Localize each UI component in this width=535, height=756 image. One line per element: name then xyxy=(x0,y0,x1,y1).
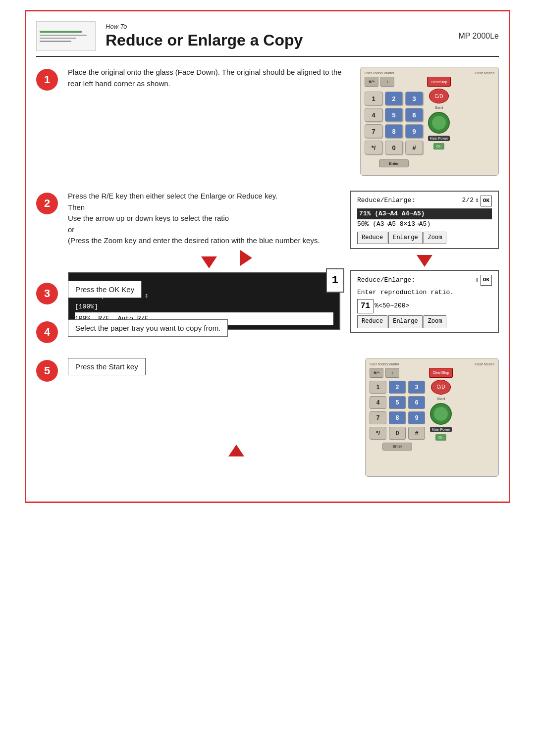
key-2[interactable]: 2 xyxy=(385,92,403,105)
keypad2-left: ⊕/≡ ↑ 1 2 3 4 5 6 7 xyxy=(370,368,425,451)
key2-hash[interactable]: # xyxy=(408,427,425,440)
step-2-content: Press the R/E key then either select the… xyxy=(68,191,499,266)
key2-1[interactable]: 1 xyxy=(370,381,386,394)
lcd2-row1: 71% (A3→A4 A4→A5) xyxy=(357,208,492,220)
keypad2-right: Clear/Stop C/D Start Main Power On xyxy=(429,368,453,441)
step-1: 1 Place the original onto the glass (Fac… xyxy=(36,67,499,176)
step-1-paragraph: Place the original onto the glass (Face … xyxy=(68,67,345,89)
step-2: 2 Press the R/E key then either select t… xyxy=(36,191,499,266)
user-tools-btn[interactable]: ⊕/≡ xyxy=(365,77,378,87)
key2-star[interactable]: */ xyxy=(370,427,386,440)
lcd2-fraction-ok: 2/2 ⇕ OK xyxy=(462,196,492,206)
step-2-text3: Use the arrow up or down keys to select … xyxy=(68,213,340,224)
arrow-down-icon-1 xyxy=(201,256,217,268)
step-5-box: Press the Start key xyxy=(68,358,146,375)
key-0[interactable]: 0 xyxy=(385,141,403,154)
enter-btn[interactable]: Enter xyxy=(379,159,409,167)
keypad2-body: ⊕/≡ ↑ 1 2 3 4 5 6 7 xyxy=(370,368,494,451)
cd-btn-2[interactable]: C/D xyxy=(431,380,451,395)
step-4-number: 4 xyxy=(36,321,58,343)
arrow-down-1 xyxy=(68,252,340,272)
cd-btn[interactable]: C/D xyxy=(429,89,449,103)
user-tools-label: User Tools/Counter xyxy=(365,71,394,75)
keypad-inner-1: User Tools/Counter Clear Modes ⊕/≡ ↑ xyxy=(361,67,498,171)
step-5: 5 Press the Start key User Tools/Counter… xyxy=(36,358,499,477)
keypad2-top-labels: User Tools/Counter Clear Modes xyxy=(370,362,494,366)
start-btn[interactable] xyxy=(428,112,450,134)
key-7[interactable]: 7 xyxy=(365,124,382,138)
key2-5[interactable]: 5 xyxy=(389,396,406,409)
key-1[interactable]: 1 xyxy=(365,92,382,105)
enter-btn-2[interactable]: Enter xyxy=(382,443,412,451)
main-power-box: Main Power xyxy=(428,136,450,141)
step-2-layout: Press the R/E key then either select the… xyxy=(68,191,499,339)
lcd2-buttons: Reduce Enlarge Zoom xyxy=(357,232,492,244)
start-btn-2[interactable] xyxy=(430,403,452,425)
step-2-right: Reduce/Enlarge: 2/2 ⇕ OK 71% (A3→A4 A4→A… xyxy=(350,191,499,339)
step-1-content: Place the original onto the glass (Face … xyxy=(68,67,499,176)
keypad-illustration-2: User Tools/Counter Clear Modes ⊕/≡ ↑ 1 xyxy=(365,358,499,477)
key2-3[interactable]: 3 xyxy=(408,381,425,394)
key-6[interactable]: 6 xyxy=(405,108,423,122)
up-arrow: ⇕ xyxy=(475,196,479,206)
on-btn[interactable]: On xyxy=(433,143,445,150)
step-3-number: 3 xyxy=(36,283,58,304)
logo-area xyxy=(36,21,96,51)
step-1-layout: Place the original onto the glass (Face … xyxy=(68,67,499,176)
step-2-text2: Then xyxy=(68,202,340,213)
clear-stop-btn-2[interactable]: Clear/Stop xyxy=(429,368,453,378)
step-4-box: Select the paper tray you want to copy f… xyxy=(68,319,228,337)
start-label-2: Start xyxy=(437,397,445,401)
main-power-box-2: Main Power xyxy=(430,427,452,432)
step-5-content: Press the Start key User Tools/Counter C… xyxy=(68,358,499,477)
step-3-content: Press the OK Key xyxy=(68,281,499,298)
step-5-layout: Press the Start key User Tools/Counter C… xyxy=(68,358,499,477)
key-hash[interactable]: # xyxy=(405,141,423,154)
user-tools-btn-2[interactable]: ⊕/≡ xyxy=(370,368,383,378)
special-buttons-2: ⊕/≡ ↑ xyxy=(370,368,425,378)
key2-6[interactable]: 6 xyxy=(408,396,425,409)
lcd2-label: Reduce/Enlarge: xyxy=(357,196,415,206)
logo-line-1 xyxy=(40,31,82,33)
zoom-btn-1[interactable]: Zoom xyxy=(424,232,447,244)
enlarge-btn-1[interactable]: Enlarge xyxy=(388,232,422,244)
reduce-btn-1[interactable]: Reduce xyxy=(357,232,387,244)
key2-0[interactable]: 0 xyxy=(389,427,406,440)
key-8[interactable]: 8 xyxy=(385,124,403,138)
key2-7[interactable]: 7 xyxy=(370,411,386,424)
number-keys: 1 2 3 4 5 6 7 8 9 */ xyxy=(365,92,423,154)
key2-9[interactable]: 9 xyxy=(408,411,425,424)
enter-row-2: Enter xyxy=(370,443,425,451)
step-5-number: 5 xyxy=(36,360,58,382)
page-title: Reduce or Enlarge a Copy xyxy=(106,31,448,50)
key2-4[interactable]: 4 xyxy=(370,396,386,409)
page-container: How To Reduce or Enlarge a Copy MP 2000L… xyxy=(25,10,510,503)
main-power-label: Main Power xyxy=(430,137,448,140)
main-power-label-2: Main Power xyxy=(432,428,450,431)
on-btn-2[interactable]: On xyxy=(435,434,447,441)
keypad-inner-2: User Tools/Counter Clear Modes ⊕/≡ ↑ 1 xyxy=(366,358,498,454)
model-name: MP 2000Le xyxy=(458,32,499,41)
enter-row: Enter xyxy=(365,159,423,167)
special-buttons: ⊕/≡ ↑ xyxy=(365,77,423,87)
key-4[interactable]: 4 xyxy=(365,108,382,122)
lcd2-header: Reduce/Enlarge: 2/2 ⇕ OK xyxy=(357,196,492,206)
key-9[interactable]: 9 xyxy=(405,124,423,138)
key-5[interactable]: 5 xyxy=(385,108,403,122)
step-4: 4 Select the paper tray you want to copy… xyxy=(36,319,499,343)
lcd2-fraction: 2/2 xyxy=(462,196,474,206)
clear-modes-btn[interactable]: ↑ xyxy=(380,77,394,87)
key2-8[interactable]: 8 xyxy=(389,411,406,424)
ok-box-1: OK xyxy=(481,196,492,206)
logo-line-2 xyxy=(40,35,87,36)
key-3[interactable]: 3 xyxy=(405,92,423,105)
keypad-right: Clear/Stop C/D Start xyxy=(427,77,451,150)
step-4-content: Select the paper tray you want to copy f… xyxy=(68,319,499,337)
clear-modes-btn-2[interactable]: ↑ xyxy=(385,368,399,378)
step-1-number: 1 xyxy=(36,69,58,91)
keypad-illustration-1: User Tools/Counter Clear Modes ⊕/≡ ↑ xyxy=(360,67,499,176)
key2-2[interactable]: 2 xyxy=(389,381,406,394)
clear-stop-btn[interactable]: Clear/Stop xyxy=(427,77,451,87)
arrow-up-container xyxy=(68,445,355,456)
key-star[interactable]: */ xyxy=(365,141,382,154)
